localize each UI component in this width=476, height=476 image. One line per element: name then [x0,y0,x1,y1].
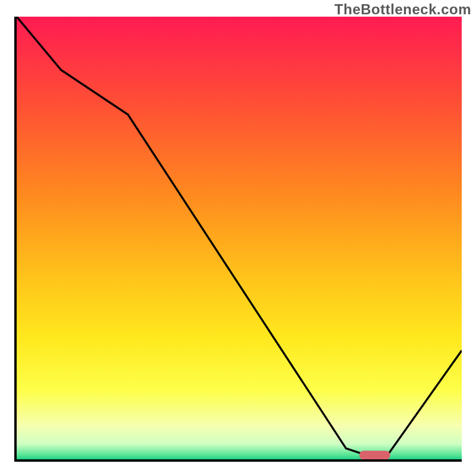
watermark-text: TheBottleneck.com [334,1,471,18]
plot-area [14,17,462,462]
optimal-range-marker [359,450,390,459]
chart-frame: TheBottleneck.com [0,0,476,476]
bottleneck-curve [17,17,462,462]
